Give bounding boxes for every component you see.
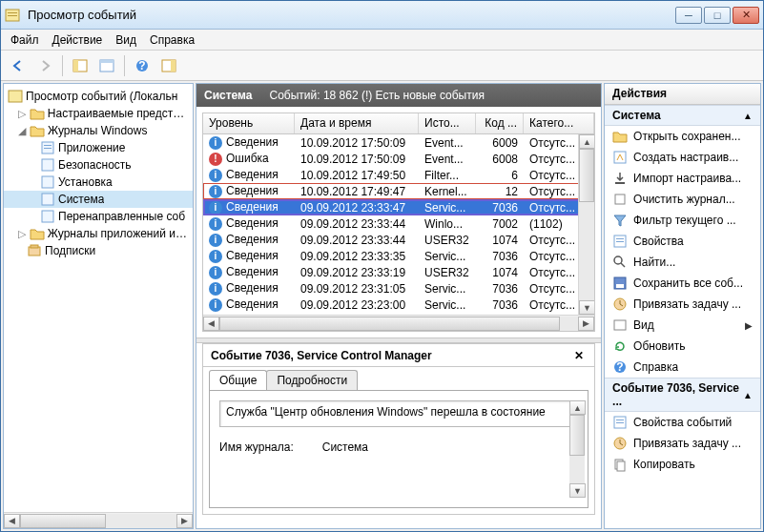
table-row[interactable]: iСведения10.09.2012 17:50:09Event...6009… [203,134,594,151]
action-item[interactable]: Копировать [605,454,760,475]
help-icon: ? [612,359,628,375]
action-section[interactable]: Событие 7036, Service ...▲ [605,378,760,412]
collapse-icon[interactable]: ◢ [17,125,27,137]
chevron-right-icon: ▶ [745,320,753,331]
col-code[interactable]: Код ... [476,113,524,133]
folder-icon [612,129,628,144]
grid-body[interactable]: iСведения10.09.2012 17:50:09Event...6009… [203,134,594,315]
expand-icon[interactable]: ▷ [17,108,27,120]
svg-rect-4 [73,60,78,72]
table-row[interactable]: !Ошибка10.09.2012 17:50:09Event...6008От… [203,151,594,167]
tab-body: Служба "Центр обновления Windows" перешл… [209,390,588,508]
action-item[interactable]: Привязать задачу ... [605,433,760,454]
event-description[interactable]: Служба "Центр обновления Windows" перешл… [219,400,578,427]
col-source[interactable]: Исто... [419,113,476,133]
menubar: Файл Действие Вид Справка [1,30,763,51]
grid-header[interactable]: Уровень Дата и время Исто... Код ... Кат… [203,113,594,134]
svg-rect-20 [31,245,38,248]
menu-file[interactable]: Файл [10,33,39,47]
action-item[interactable]: Открыть сохранен... [605,126,760,147]
action-item[interactable]: Сохранить все соб... [605,273,760,294]
action-item[interactable]: Вид▶ [605,315,760,336]
tree-windows-logs[interactable]: ◢ Журналы Windows [4,122,193,139]
table-row[interactable]: iСведения09.09.2012 23:33:44USER321074От… [203,232,594,248]
show-hide-action-button[interactable] [157,54,180,77]
log-icon [40,209,55,224]
wiz-icon [612,150,628,165]
action-section[interactable]: Система▲ [605,105,760,126]
scroll-down-icon[interactable]: ▼ [579,300,594,315]
scroll-up-icon[interactable]: ▲ [579,134,594,149]
col-level[interactable]: Уровень [203,113,295,133]
grid-vscroll[interactable]: ▲ ▼ [578,134,594,315]
action-item[interactable]: Привязать задачу ... [605,294,760,315]
action-item[interactable]: Свойства [605,231,760,252]
scroll-up-icon[interactable]: ▲ [569,400,586,415]
tree-forwarded[interactable]: Перенаправленные соб [4,208,193,225]
properties-button[interactable] [95,54,118,77]
table-row[interactable]: iСведения09.09.2012 23:33:35Servic...703… [203,248,594,264]
log-name-label: Имя журнала: [219,440,294,454]
action-item[interactable]: Обновить [605,336,760,357]
action-item[interactable]: Создать настраив... [605,147,760,168]
tree-custom-views[interactable]: ▷ Настраиваемые представл [4,105,193,122]
action-item[interactable]: ?Справка [605,357,760,378]
detail-vscroll[interactable]: ▲ ▼ [569,400,585,498]
table-row[interactable]: iСведения09.09.2012 23:31:05Servic...703… [203,280,594,297]
expand-icon[interactable]: ▷ [17,228,27,240]
action-item[interactable]: Импорт настраива... [605,168,760,189]
table-row[interactable]: iСведения09.09.2012 23:33:47Servic...703… [203,199,594,215]
show-hide-tree-button[interactable] [69,54,92,77]
close-button[interactable]: ✕ [733,7,759,24]
actions-header: Действия [605,84,760,105]
tree-setup[interactable]: Установка [4,174,193,191]
table-row[interactable]: iСведения09.09.2012 23:23:00Servic...703… [203,297,594,313]
detail-close-icon[interactable]: ✕ [571,348,587,363]
svg-rect-39 [617,461,625,471]
scroll-left-icon[interactable]: ◀ [203,317,219,331]
scroll-right-icon[interactable]: ▶ [176,514,193,528]
action-item[interactable]: Очистить журнал... [605,189,760,210]
menu-help[interactable]: Справка [150,33,195,47]
menu-view[interactable]: Вид [115,33,136,47]
action-item[interactable]: Найти... [605,252,760,273]
scroll-down-icon[interactable]: ▼ [569,483,586,498]
tree-app-logs[interactable]: ▷ Журналы приложений и сл [4,225,193,242]
tab-details[interactable]: Подробности [266,370,358,390]
folder-icon [30,226,45,241]
app-icon [5,8,20,23]
scroll-left-icon[interactable]: ◀ [4,514,20,528]
tree-subscriptions[interactable]: Подписки [4,242,193,259]
tree-root[interactable]: Просмотр событий (Локальн [4,88,193,105]
back-button[interactable] [7,54,30,77]
event-grid: Уровень Дата и время Исто... Код ... Кат… [202,113,595,332]
svg-rect-13 [44,145,52,146]
tree-system[interactable]: Система [4,191,193,208]
tree-hscroll[interactable]: ◀ ▶ [4,512,193,528]
help-button[interactable]: ? [131,54,154,77]
tab-general[interactable]: Общие [209,370,267,390]
maximize-button[interactable]: □ [704,7,731,24]
titlebar[interactable]: Просмотр событий ─ □ ✕ [1,1,763,30]
tree-application[interactable]: Приложение [4,139,193,156]
table-row[interactable]: iСведения10.09.2012 17:49:47Kernel...12О… [203,183,594,199]
table-row[interactable]: iСведения10.09.2012 17:49:50Filter...6От… [203,167,594,183]
tree[interactable]: Просмотр событий (Локальн ▷ Настраиваемы… [4,84,193,512]
minimize-button[interactable]: ─ [675,7,702,24]
action-item[interactable]: Фильтр текущего ... [605,210,760,231]
svg-rect-18 [42,211,53,222]
center-panel: Система Событий: 18 862 (!) Есть новые с… [196,83,602,529]
detail-tabs: Общие Подробности [203,367,594,390]
col-date[interactable]: Дата и время [295,113,419,133]
tree-security[interactable]: Безопасность [4,156,193,174]
log-icon [40,157,55,173]
action-item[interactable]: Свойства событий [605,412,760,433]
col-category[interactable]: Катего... [524,113,594,133]
svg-rect-23 [615,194,625,204]
table-row[interactable]: iСведения09.09.2012 23:33:19USER321074От… [203,264,594,280]
scroll-right-icon[interactable]: ▶ [578,317,594,331]
table-row[interactable]: iСведения09.09.2012 23:33:44Winlo...7002… [203,215,594,232]
menu-action[interactable]: Действие [52,33,103,47]
forward-button[interactable] [33,54,56,77]
grid-hscroll[interactable]: ◀ ▶ [203,315,594,331]
